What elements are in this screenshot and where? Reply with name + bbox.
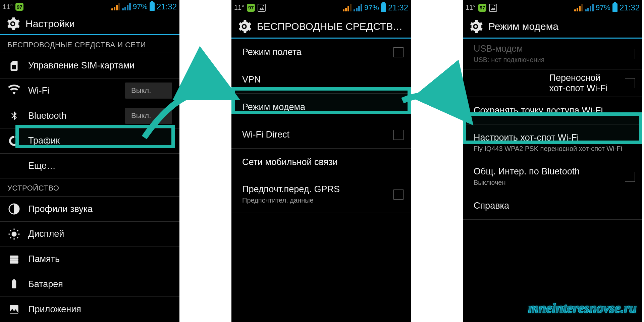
watermark: mneinteresnovse.ru xyxy=(528,300,637,316)
battery-icon xyxy=(150,2,155,11)
row-storage[interactable]: Память xyxy=(0,247,179,272)
title-bar: БЕСПРОВОДНЫЕ СРЕДСТВА И СЕ… xyxy=(231,15,411,39)
temperature: 11° xyxy=(3,3,13,11)
row-label: Сети мобильной связи xyxy=(242,157,404,167)
badge-icon: 97 xyxy=(478,4,486,12)
row-label: Общ. Интер. по Bluetooth xyxy=(474,166,618,177)
page-title: БЕСПРОВОДНЫЕ СРЕДСТВА И СЕ… xyxy=(257,21,406,32)
page-title: Режим модема xyxy=(488,21,558,32)
row-label: Приложения xyxy=(28,304,172,315)
row-wifi[interactable]: Wi-Fi Выкл. xyxy=(0,78,179,104)
row-label: Предпочт.перед. GPRS xyxy=(242,184,386,195)
hotspot-checkbox[interactable] xyxy=(625,78,635,88)
svg-rect-2 xyxy=(12,65,16,69)
row-data-usage[interactable]: Трафик xyxy=(0,128,179,154)
svg-point-20 xyxy=(243,25,245,28)
row-label: Управление SIM-картами xyxy=(28,60,172,71)
row-wifi-direct[interactable]: Wi-Fi Direct xyxy=(231,121,411,149)
row-tethering[interactable]: Режим модема xyxy=(231,94,411,121)
signal-sim1-icon xyxy=(343,4,352,11)
sim-icon xyxy=(7,59,21,72)
row-vpn[interactable]: VPN xyxy=(231,66,411,94)
row-label: Сохранять точку доступа Wi-Fi xyxy=(474,105,635,116)
gprs-checkbox[interactable] xyxy=(393,190,404,200)
spacer-icon xyxy=(7,159,21,173)
battery-row-icon xyxy=(7,277,21,291)
svg-line-11 xyxy=(10,237,11,238)
clock: 21:32 xyxy=(620,3,640,12)
status-bar: 11° 97 97% 21:32 xyxy=(231,0,411,15)
row-setup-hotspot[interactable]: Настроить хот-спот Wi-Fi Fly IQ443 WPA2 … xyxy=(463,124,642,161)
storage-icon xyxy=(7,253,21,266)
signal-sim1-icon xyxy=(111,3,120,10)
row-label: Режим полета xyxy=(242,47,386,57)
row-label: Профили звука xyxy=(28,204,172,214)
svg-rect-13 xyxy=(10,255,18,258)
row-label: Дисплей xyxy=(28,229,172,239)
row-label: Переносной хот-спот Wi-Fi xyxy=(549,73,618,94)
wifi-icon xyxy=(7,84,21,97)
battery-percent: 97% xyxy=(133,2,148,11)
svg-rect-16 xyxy=(12,280,16,288)
row-gprs-pref[interactable]: Предпочт.перед. GPRS Предпочтител. данны… xyxy=(231,176,411,213)
row-label: Режим модема xyxy=(242,102,404,112)
row-sound-profiles[interactable]: Профили звука xyxy=(0,197,179,222)
apps-icon xyxy=(7,303,21,316)
svg-point-4 xyxy=(12,231,17,236)
wifi-toggle[interactable]: Выкл. xyxy=(125,83,172,99)
phone-screen-2: 11° 97 97% 21:32 БЕСПРОВОДНЫЕ СРЕДСТВА И… xyxy=(231,0,411,322)
row-usb-modem: USB-модем USB: нет подключения xyxy=(463,39,642,69)
row-subtitle: Fly IQ443 WPA2 PSK переносной хот-спот W… xyxy=(474,144,635,153)
svg-rect-17 xyxy=(13,279,15,281)
svg-line-12 xyxy=(17,230,18,231)
wifidirect-checkbox[interactable] xyxy=(393,130,404,140)
section-device: УСТРОЙСТВО xyxy=(0,178,179,197)
phone-screen-3: 11° 97 97% 21:32 Режим модема USB-модем … xyxy=(463,0,642,322)
row-bluetooth[interactable]: Bluetooth Выкл. xyxy=(0,103,179,128)
section-wireless: БЕСПРОВОДНЫЕ СРЕДСТВА И СЕТИ xyxy=(0,35,179,53)
data-usage-icon xyxy=(7,134,21,148)
row-label: Настроить хот-спот Wi-Fi xyxy=(474,132,635,143)
battery-percent: 97% xyxy=(364,3,379,12)
row-display[interactable]: Дисплей xyxy=(0,222,179,247)
svg-rect-14 xyxy=(10,258,18,261)
battery-icon xyxy=(381,3,386,12)
row-help[interactable]: Справка xyxy=(463,192,642,220)
usb-checkbox xyxy=(625,49,635,59)
svg-rect-15 xyxy=(10,261,18,263)
row-mobile-networks[interactable]: Сети мобильной связи xyxy=(231,149,411,176)
page-title: Настройки xyxy=(25,18,75,30)
row-subtitle: USB: нет подключения xyxy=(474,55,618,64)
svg-line-10 xyxy=(17,237,18,238)
row-label: Еще… xyxy=(28,161,172,171)
row-bluetooth-tether[interactable]: Общ. Интер. по Bluetooth Выключен xyxy=(463,161,642,192)
row-sim-management[interactable]: Управление SIM-картами xyxy=(0,53,179,78)
clock: 21:32 xyxy=(157,2,177,11)
row-battery[interactable]: Батарея xyxy=(0,272,179,297)
clock: 21:32 xyxy=(388,3,408,12)
row-label: VPN xyxy=(242,74,404,85)
airplane-checkbox[interactable] xyxy=(393,47,404,57)
sound-icon xyxy=(7,202,21,216)
bt-tether-checkbox[interactable] xyxy=(625,172,635,182)
gallery-icon xyxy=(258,4,266,12)
svg-line-9 xyxy=(10,230,11,231)
status-bar: 11° 97 97% 21:32 xyxy=(0,0,179,14)
row-apps[interactable]: Приложения xyxy=(0,297,179,322)
settings-gear-icon xyxy=(468,19,483,34)
title-bar: Режим модема xyxy=(463,15,642,39)
row-label: USB-модем xyxy=(474,44,618,54)
settings-gear-icon xyxy=(5,16,20,31)
row-label: Wi-Fi xyxy=(28,86,118,96)
row-label: Трафик xyxy=(28,136,172,146)
row-subtitle: Выключен xyxy=(474,178,618,187)
settings-gear-icon xyxy=(237,19,252,34)
battery-percent: 97% xyxy=(596,3,610,12)
row-keep-hotspot[interactable]: Сохранять точку доступа Wi-Fi xyxy=(463,97,642,124)
row-airplane-mode[interactable]: Режим полета xyxy=(231,39,411,66)
row-more[interactable]: Еще… xyxy=(0,154,179,179)
battery-icon xyxy=(612,3,618,12)
row-portable-hotspot[interactable]: Переносной хот-спот Wi-Fi xyxy=(463,69,642,97)
bluetooth-toggle[interactable]: Выкл. xyxy=(125,108,172,124)
signal-sim2-icon xyxy=(122,3,131,10)
